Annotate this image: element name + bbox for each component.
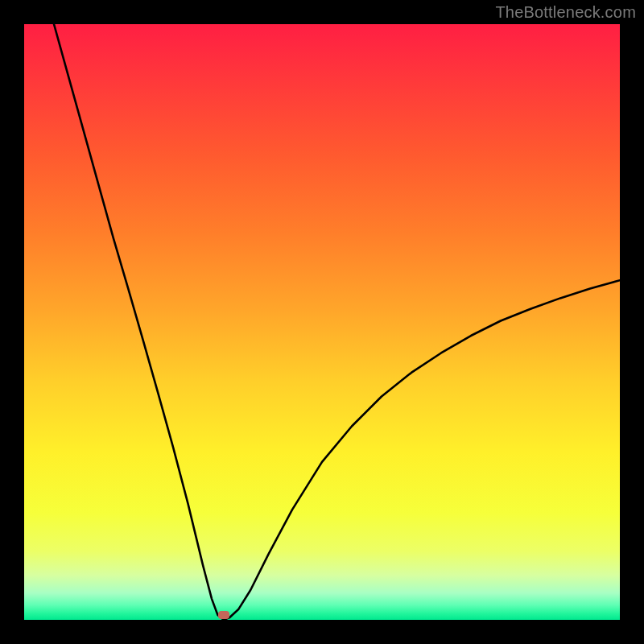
plot-area	[24, 24, 620, 620]
watermark-text: TheBottleneck.com	[495, 3, 636, 22]
chart-frame: TheBottleneck.com	[0, 0, 644, 644]
bottleneck-curve	[24, 24, 620, 620]
